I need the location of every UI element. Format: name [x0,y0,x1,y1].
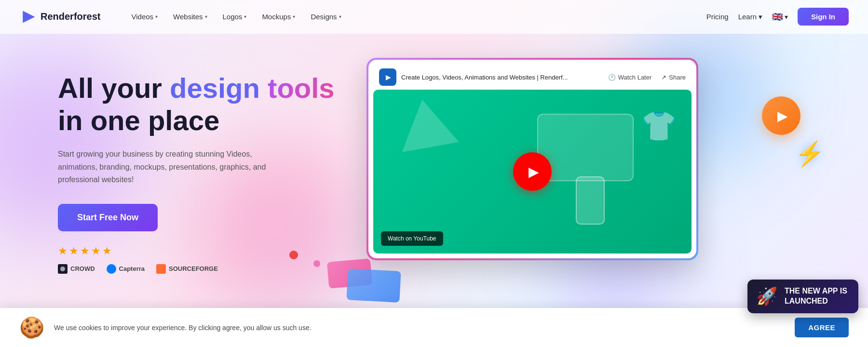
learn-link[interactable]: Learn ▾ [738,13,762,21]
chevron-down-icon: ▾ [205,14,207,19]
hero-title-part2: in one place [58,105,219,136]
nav-logos[interactable]: Logos ▾ [216,9,254,25]
nav-designs[interactable]: Designs ▾ [304,9,348,25]
youtube-logo-icon [379,68,396,86]
crowd-badge: CROWD [58,264,95,274]
cookie-banner: 🍪 We use cookies to improve your experie… [0,308,868,347]
hero-title-part1: All your [58,72,170,104]
navbar: Renderforest Videos ▾ Websites ▾ Logos ▾… [0,0,868,34]
watch-later-button[interactable]: 🕐 Watch Later [608,74,652,81]
nav-right: Pricing Learn ▾ 🇬🇧 ▾ Sign In [706,8,849,26]
capterra-badge: Capterra [107,264,145,274]
video-container: Create Logos, Videos, Animations and Web… [366,58,698,260]
logo-text: Renderforest [41,11,100,22]
language-selector[interactable]: 🇬🇧 ▾ [772,12,788,22]
video-title: Create Logos, Videos, Animations and Web… [401,74,603,81]
chevron-down-icon: ▾ [339,14,341,19]
decorative-triangle [393,94,459,152]
chevron-down-icon: ▾ [155,14,158,19]
svg-marker-0 [23,11,35,23]
watch-on-youtube-button[interactable]: Watch on YouTube [381,231,443,246]
decorative-laptop [537,114,634,181]
star-3: ★ [80,245,90,257]
share-button[interactable]: ↗ Share [661,74,686,81]
floating-shapes [328,260,405,308]
nav-links: Videos ▾ Websites ▾ Logos ▾ Mockups ▾ De… [124,9,706,25]
crowd-icon [58,264,68,274]
flag-icon: 🇬🇧 [772,12,783,22]
decorative-tshirt: 👕 [641,109,677,143]
new-app-banner[interactable]: 🚀 THE NEW APP IS LAUNCHED [747,280,858,313]
chevron-down-icon: ▾ [244,14,246,19]
hero-title-tools: tools [268,72,335,104]
star-1: ★ [58,245,68,257]
sourceforge-icon [156,264,166,274]
decorative-phone [576,176,605,225]
right-content: ⚡ Create Logos, Videos, Animations and W… [366,58,829,260]
crowd-label: CROWD [70,265,95,272]
star-4: ★ [91,245,101,257]
trust-badges: CROWD Capterra SOURCEFORGE [58,264,338,274]
left-content: All your design tools in one place Start… [58,63,338,274]
video-inner: Create Logos, Videos, Animations and Web… [368,60,696,258]
cookie-icon: 🍪 [19,316,44,339]
share-icon: ↗ [661,74,666,81]
nav-websites[interactable]: Websites ▾ [166,9,214,25]
hero-title-design: design [170,72,260,104]
video-outer-border: Create Logos, Videos, Animations and Web… [366,58,698,260]
svg-point-1 [60,267,65,271]
floating-lightning-icon: ⚡ [795,140,825,168]
star-5: ★ [102,245,112,257]
hero-title: All your design tools in one place [58,72,338,136]
capterra-icon [107,264,116,274]
chevron-down-icon: ▾ [293,14,295,19]
sign-in-button[interactable]: Sign In [798,8,849,26]
start-free-button[interactable]: Start Free Now [58,204,158,231]
video-header: Create Logos, Videos, Animations and Web… [373,65,692,90]
sourceforge-label: SOURCEFORGE [169,265,218,272]
logo-link[interactable]: Renderforest [19,8,100,26]
new-app-text: THE NEW APP IS LAUNCHED [785,286,850,307]
clock-icon: 🕐 [608,74,616,81]
capterra-label: Capterra [119,265,145,272]
video-play-button[interactable] [513,152,552,191]
chevron-down-icon: ▾ [785,13,788,21]
agree-button[interactable]: AGREE [795,318,849,337]
hero-subtitle: Start growing your business by creating … [58,148,289,186]
star-2: ★ [69,245,79,257]
nav-videos[interactable]: Videos ▾ [124,9,164,25]
cookie-message: We use cookies to improve your experienc… [54,324,785,332]
rating-stars: ★ ★ ★ ★ ★ [58,245,338,257]
sourceforge-badge: SOURCEFORGE [156,264,218,274]
floating-play-icon [762,96,800,135]
nav-mockups[interactable]: Mockups ▾ [255,9,302,25]
video-thumbnail[interactable]: 👕 Watch on YouTube [373,90,692,254]
pricing-link[interactable]: Pricing [706,13,729,21]
rocket-icon: 🚀 [756,286,778,307]
main-content: All your design tools in one place Start… [0,34,868,274]
chevron-down-icon: ▾ [759,13,762,21]
video-actions: 🕐 Watch Later ↗ Share [608,74,686,81]
